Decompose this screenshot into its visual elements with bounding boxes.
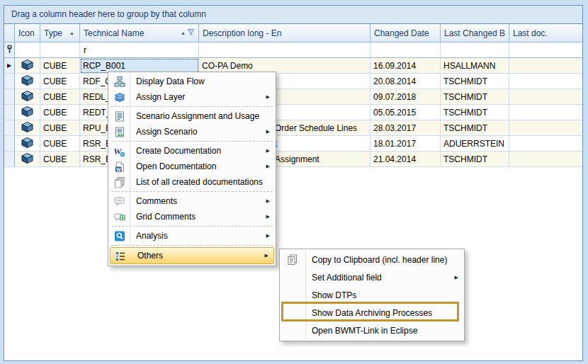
layers-icon	[113, 91, 125, 103]
column-header-label: Last Changed By	[444, 28, 505, 38]
cell-type[interactable]: CUBE	[40, 120, 80, 136]
row-indicator[interactable]: ▶	[4, 58, 15, 74]
cell-last-changed-by[interactable]: ADUERRSTEIN	[441, 136, 509, 152]
word-new-icon: W	[113, 145, 125, 157]
cell-changed-date[interactable]: 16.09.2014	[371, 58, 441, 74]
cell-last-changed-by[interactable]: TSCHMIDT	[441, 89, 509, 105]
row-indicator[interactable]	[4, 152, 15, 167]
table-row: ▶CUBERCP_B001CO-PA Demo16.09.2014HSALLMA…	[4, 58, 582, 74]
submenu-item-show-data-archiving-processes[interactable]: Show Data Archiving Processes	[281, 304, 463, 322]
column-header-row: IconType▲Technical Name▲Description long…	[4, 24, 582, 42]
menu-item-grid-comments[interactable]: Grid Comments▶	[109, 209, 275, 224]
cell-icon[interactable]	[15, 89, 40, 105]
group-by-panel[interactable]: Drag a column header here to group by th…	[4, 6, 582, 24]
cell-type[interactable]: CUBE	[40, 136, 80, 152]
filter-cell-last-doc[interactable]	[509, 42, 582, 57]
cell-last-changed-by[interactable]: TSCHMIDT	[441, 74, 509, 89]
cell-type[interactable]: CUBE	[40, 105, 80, 120]
cell-icon[interactable]	[15, 136, 40, 152]
cell-last-changed-by[interactable]: TSCHMIDT	[441, 105, 509, 120]
column-header-changed-date[interactable]: Changed Date	[371, 24, 441, 42]
cell-changed-date[interactable]: 20.08.2014	[371, 74, 441, 89]
submenu-arrow-icon: ▶	[266, 129, 270, 135]
menu-item-label: Analysis	[136, 231, 168, 241]
cell-last-doc[interactable]	[509, 152, 582, 167]
cell-type[interactable]: CUBE	[40, 58, 80, 74]
cell-type[interactable]: CUBE	[40, 152, 80, 167]
cell-icon[interactable]	[15, 152, 40, 167]
cell-last-changed-by[interactable]: TSCHMIDT	[441, 152, 509, 167]
cube-icon	[21, 106, 33, 119]
menu-item-assign-layer[interactable]: Assign Layer▶	[109, 89, 275, 105]
menu-item-create-documentation[interactable]: WCreate Documentation▶	[109, 143, 275, 159]
row-indicator[interactable]	[4, 136, 15, 152]
menu-item-label: Create Documentation	[136, 146, 221, 156]
cube-icon	[21, 153, 33, 166]
comment-icon	[113, 195, 125, 207]
cell-icon[interactable]	[15, 58, 40, 74]
filter-cell-changed-date[interactable]	[371, 42, 441, 57]
cell-icon[interactable]	[15, 74, 40, 89]
cell-changed-date[interactable]: 09.07.2018	[371, 89, 441, 105]
menu-item-assign-scenario[interactable]: Assign Scenario▶	[109, 124, 275, 140]
column-header-type[interactable]: Type▲	[40, 24, 80, 42]
menu-item-analysis[interactable]: Analysis▶	[109, 228, 275, 244]
menu-item-comments[interactable]: Comments▶	[109, 193, 275, 209]
cell-last-changed-by[interactable]: TSCHMIDT	[441, 120, 509, 136]
menu-separator	[111, 245, 273, 246]
cell-type[interactable]: CUBE	[40, 89, 80, 105]
submenu-item-open-bwmt-link-in-eclipse[interactable]: Open BWMT-Link in Eclipse	[281, 322, 463, 339]
row-indicator[interactable]	[4, 105, 15, 120]
menu-item-list-of-all-created-documentations[interactable]: List of all created documentations	[109, 174, 275, 190]
cell-last-doc[interactable]	[509, 120, 582, 136]
cell-changed-date[interactable]: 18.01.2017	[371, 136, 441, 152]
menu-item-open-documentation[interactable]: WOpen Documentation▶	[109, 159, 275, 174]
menu-item-label: Others	[137, 251, 163, 261]
submenu-item-copy-to-clipboard-incl-header-line[interactable]: Copy to Clipboard (incl. header line)	[281, 251, 463, 268]
column-header-description-long-en[interactable]: Description long - En	[199, 24, 371, 42]
submenu-arrow-icon: ▶	[266, 148, 270, 154]
menu-item-label: Display Data Flow	[136, 76, 205, 86]
submenu-item-set-additional-field[interactable]: Set Additional field▶	[281, 268, 463, 286]
table-row: CUBEREDT_05.05.2015TSCHMIDT	[4, 105, 582, 120]
menu-item-label: Open BWMT-Link in Eclipse	[312, 326, 417, 336]
filter-cell-description-long-en[interactable]	[199, 42, 371, 57]
column-header-last-changed-by[interactable]: Last Changed By	[441, 24, 509, 42]
cell-changed-date[interactable]: 28.03.2017	[371, 120, 441, 136]
menu-item-display-data-flow[interactable]: Display Data Flow	[109, 74, 275, 89]
filter-cell-technical-name[interactable]: r	[80, 42, 199, 57]
cell-last-doc[interactable]	[509, 74, 582, 89]
row-indicator[interactable]	[4, 89, 15, 105]
cell-last-doc[interactable]	[509, 58, 582, 74]
column-header-technical-name[interactable]: Technical Name▲	[80, 24, 199, 42]
filter-cell-type[interactable]	[40, 42, 80, 57]
cell-last-doc[interactable]	[509, 105, 582, 120]
cell-changed-date[interactable]: 05.05.2015	[371, 105, 441, 120]
cell-last-changed-by[interactable]: HSALLMANN	[441, 58, 509, 74]
document-lines-icon	[113, 110, 125, 123]
grid-comment-icon	[113, 211, 125, 223]
cell-changed-date[interactable]: 21.04.2014	[371, 152, 441, 167]
cell-last-doc[interactable]	[509, 136, 582, 152]
data-flow-icon	[113, 76, 125, 88]
row-indicator[interactable]	[4, 74, 15, 89]
column-header-indicator	[4, 24, 15, 42]
filter-cell-icon[interactable]	[15, 42, 40, 57]
row-indicator[interactable]	[4, 120, 15, 136]
column-header-icon[interactable]: Icon	[15, 24, 40, 42]
cell-type[interactable]: CUBE	[40, 74, 80, 89]
menu-separator	[111, 106, 273, 107]
submenu-item-show-dtps[interactable]: Show DTPs	[281, 286, 463, 304]
others-submenu: Copy to Clipboard (incl. header line)Set…	[279, 249, 465, 341]
table-body: ▶CUBERCP_B001CO-PA Demo16.09.2014HSALLMA…	[4, 58, 582, 167]
column-header-last-doc[interactable]: Last doc.	[509, 24, 582, 42]
cell-icon[interactable]	[15, 105, 40, 120]
menu-item-scenario-assignment-and-usage[interactable]: Scenario Assignment and Usage	[109, 108, 275, 124]
menu-item-others[interactable]: Others▶	[110, 247, 274, 264]
cell-icon[interactable]	[15, 120, 40, 136]
column-header-label: Description long - En	[203, 28, 366, 38]
column-header-label: Type	[44, 28, 68, 38]
filter-cell-last-changed-by[interactable]	[441, 42, 509, 57]
submenu-arrow-icon: ▶	[266, 198, 270, 204]
cell-last-doc[interactable]	[509, 89, 582, 105]
